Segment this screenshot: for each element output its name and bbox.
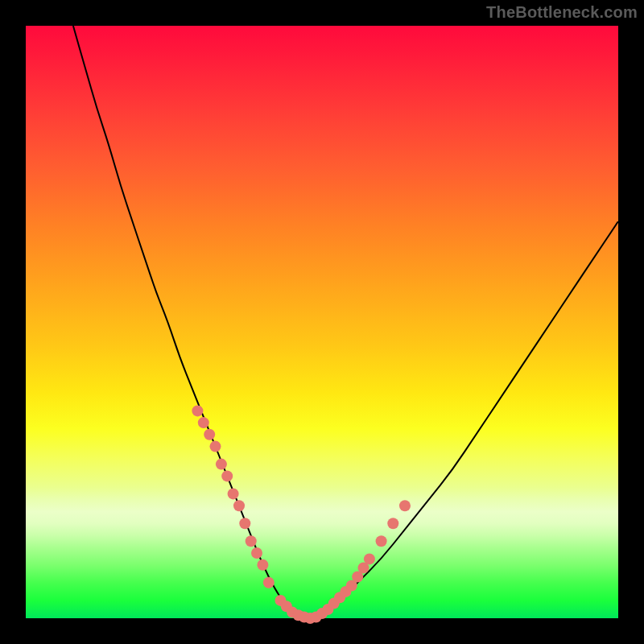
bead-marker: [192, 405, 203, 416]
bead-marker: [257, 559, 268, 571]
bead-marker: [376, 535, 387, 547]
bead-marker: [399, 500, 411, 511]
bead-marker: [233, 500, 245, 511]
bead-marker: [246, 535, 257, 547]
bead-marker: [198, 417, 209, 428]
curve-layer: [73, 26, 618, 615]
bead-marker: [216, 459, 227, 470]
bead-marker: [239, 518, 250, 529]
beads-layer: [192, 405, 411, 624]
bottleneck-curve-path: [73, 26, 618, 615]
bead-marker: [210, 441, 221, 452]
bead-marker: [263, 577, 275, 588]
plot-area: [26, 26, 618, 618]
bead-marker: [387, 518, 398, 529]
bead-marker: [204, 429, 215, 440]
bead-marker: [228, 488, 239, 499]
bead-marker: [221, 470, 233, 481]
chart-svg: [26, 26, 618, 618]
bead-marker: [251, 547, 262, 559]
watermark-text: TheBottleneck.com: [486, 3, 638, 22]
bead-marker: [364, 553, 375, 564]
chart-frame: TheBottleneck.com: [0, 0, 644, 644]
